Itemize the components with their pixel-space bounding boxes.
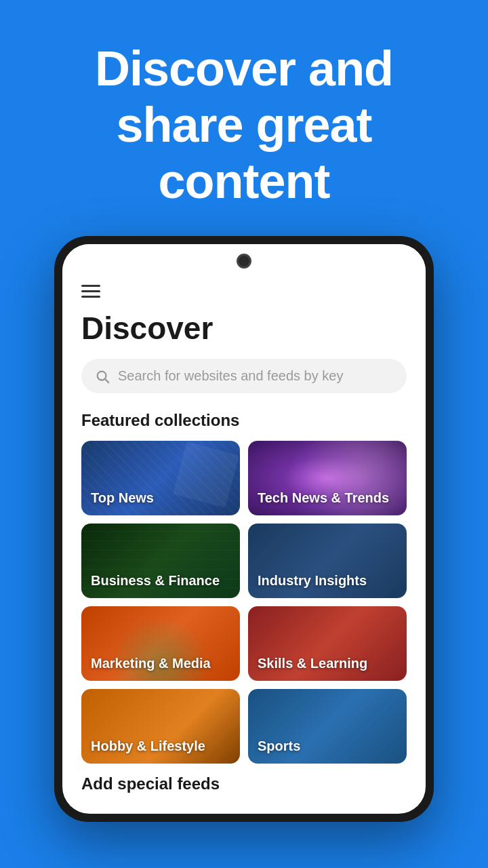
search-icon — [95, 369, 110, 384]
card-label-biz-finance: Business & Finance — [91, 572, 220, 589]
search-bar[interactable]: Search for websites and feeds by key — [81, 359, 407, 393]
featured-section-label: Featured collections — [81, 411, 407, 430]
app-content: Discover Search for websites and feeds b… — [62, 278, 426, 814]
hero-section: Discover and share great content — [0, 0, 488, 236]
collection-card-hobby[interactable]: Hobby & Lifestyle — [81, 689, 240, 764]
menu-button[interactable] — [81, 285, 407, 298]
card-label-tech-news: Tech News & Trends — [258, 490, 389, 506]
collection-card-industry[interactable]: Industry Insights — [248, 524, 407, 598]
menu-line-2 — [81, 290, 100, 292]
card-label-skills: Skills & Learning — [258, 655, 367, 671]
menu-line-1 — [81, 285, 100, 287]
menu-line-3 — [81, 296, 100, 298]
card-label-sports: Sports — [258, 738, 300, 754]
phone-notch — [62, 244, 426, 278]
phone-screen: Discover Search for websites and feeds b… — [62, 244, 426, 814]
camera-dot — [237, 254, 251, 269]
collection-card-skills[interactable]: Skills & Learning — [248, 606, 407, 681]
card-label-marketing: Marketing & Media — [91, 655, 211, 671]
collections-grid: Top News Tech News & Trends Business & F… — [81, 441, 407, 764]
collection-card-top-news[interactable]: Top News — [81, 441, 240, 515]
collection-card-sports[interactable]: Sports — [248, 689, 407, 764]
svg-line-1 — [105, 379, 108, 382]
phone-mockup: Discover Search for websites and feeds b… — [54, 236, 434, 822]
search-placeholder-text: Search for websites and feeds by key — [118, 368, 343, 384]
hero-title: Discover and share great content — [27, 41, 461, 209]
collection-card-tech-news[interactable]: Tech News & Trends — [248, 441, 407, 515]
card-label-hobby: Hobby & Lifestyle — [91, 738, 205, 754]
card-label-top-news: Top News — [91, 490, 154, 506]
page-title: Discover — [81, 310, 407, 347]
card-deco-top-news — [173, 441, 239, 508]
collection-card-biz-finance[interactable]: Business & Finance — [81, 524, 240, 598]
add-special-feeds-label: Add special feeds — [81, 774, 407, 800]
card-label-industry: Industry Insights — [258, 572, 367, 589]
collection-card-marketing[interactable]: Marketing & Media — [81, 606, 240, 681]
